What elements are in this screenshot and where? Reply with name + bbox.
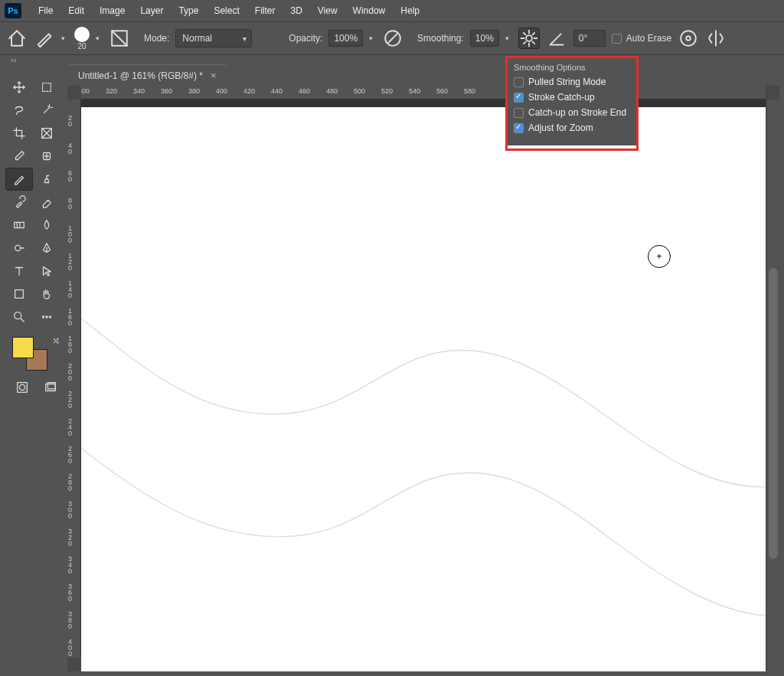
ruler-tick: 300 (81, 87, 90, 95)
menu-help[interactable]: Help (393, 2, 427, 19)
vertical-scrollbar[interactable] (767, 100, 779, 671)
menu-edit[interactable]: Edit (60, 2, 92, 19)
horizontal-ruler: 3003203403603804004204404604805005205405… (81, 86, 766, 100)
history-brush-tool[interactable] (6, 191, 32, 213)
ruler-tick: 360 (68, 583, 80, 602)
document-tab-row: Untitled-1 @ 161% (RGB/8#) * × (69, 64, 226, 86)
brush-cursor: + (648, 245, 671, 268)
smoothing-option[interactable]: Pulled String Mode (514, 77, 630, 87)
pencil-tool-icon[interactable] (34, 28, 55, 49)
lasso-tool[interactable] (6, 100, 32, 121)
menu-select[interactable]: Select (206, 2, 247, 19)
type-tool[interactable] (6, 260, 32, 282)
chevron-down-icon[interactable]: ▾ (369, 34, 373, 42)
blur-tool[interactable] (34, 214, 60, 236)
ruler-tick: 520 (381, 87, 393, 95)
chevron-down-icon[interactable]: ▾ (96, 34, 100, 42)
chevron-down-icon[interactable]: ▾ (61, 34, 65, 42)
angle-input[interactable]: 0° (573, 30, 606, 47)
ruler-tick: 460 (299, 87, 310, 95)
smoothing-option[interactable]: Adjust for Zoom (514, 122, 630, 133)
ruler-tick: 140 (68, 280, 80, 299)
opacity-input[interactable]: 100% (328, 30, 363, 47)
svg-point-3 (681, 31, 696, 46)
clone-stamp-tool[interactable] (34, 168, 60, 190)
foreground-color-swatch[interactable] (12, 337, 34, 358)
ruler-tick: 60 (68, 170, 80, 182)
svg-point-18 (19, 384, 24, 390)
angle-icon (546, 28, 567, 49)
crop-tool[interactable] (6, 122, 32, 144)
home-icon[interactable] (6, 28, 28, 49)
dodge-tool[interactable] (6, 237, 32, 259)
scroll-thumb[interactable] (769, 268, 778, 559)
pen-tool[interactable] (34, 237, 60, 259)
svg-rect-19 (45, 384, 55, 391)
eyedropper-tool[interactable] (6, 145, 32, 167)
menu-3d[interactable]: 3D (283, 2, 309, 19)
document-title: Untitled-1 @ 161% (RGB/8#) * (78, 70, 203, 81)
menu-layer[interactable]: Layer (132, 2, 171, 19)
ruler-tick: 120 (68, 253, 80, 271)
canvas[interactable]: + (81, 107, 766, 671)
app-logo: Ps (5, 3, 21, 18)
smoothing-label: Smoothing: (417, 33, 464, 44)
symmetry-icon[interactable] (705, 28, 727, 49)
ruler-tick: 560 (436, 87, 448, 95)
ruler-tick: 320 (68, 528, 80, 547)
ruler-tick: 480 (326, 87, 338, 95)
blend-mode-select[interactable]: Normal (175, 29, 252, 47)
ruler-tick: 40 (68, 142, 80, 155)
checkbox-icon[interactable] (514, 108, 524, 118)
swap-colors-icon[interactable]: ⤭ (52, 335, 60, 346)
ruler-tick: 180 (68, 335, 80, 354)
menu-file[interactable]: File (31, 2, 60, 19)
checkbox-icon[interactable] (514, 77, 524, 87)
zoom-tool[interactable] (6, 306, 32, 328)
eraser-tool[interactable] (34, 191, 60, 213)
ruler-tick: 420 (243, 87, 255, 95)
move-tool[interactable] (6, 77, 32, 98)
document-tab[interactable]: Untitled-1 @ 161% (RGB/8#) * × (69, 64, 226, 86)
brush-panel-icon[interactable] (109, 28, 130, 49)
ruler-tick: 500 (354, 87, 365, 95)
menu-view[interactable]: View (310, 2, 345, 19)
close-icon[interactable]: × (211, 70, 217, 81)
pencil-tool[interactable] (6, 168, 32, 190)
checkbox-icon[interactable] (514, 93, 524, 103)
ruler-tick: 440 (271, 87, 283, 95)
hand-tool[interactable] (34, 283, 60, 305)
checkbox-icon[interactable] (514, 123, 524, 133)
auto-erase-checkbox[interactable]: Auto Erase (612, 33, 671, 44)
pressure-size-icon[interactable] (678, 28, 699, 49)
frame-tool[interactable] (34, 122, 60, 144)
option-label: Pulled String Mode (528, 77, 606, 87)
menu-type[interactable]: Type (171, 2, 206, 19)
option-label: Catch-up on Stroke End (528, 107, 626, 118)
gradient-tool[interactable] (6, 214, 32, 236)
smoothing-input[interactable]: 10% (470, 30, 499, 47)
quick-mask-tool[interactable] (9, 377, 34, 398)
menu-window[interactable]: Window (345, 2, 394, 19)
smoothing-option[interactable]: Stroke Catch-up (514, 92, 630, 103)
svg-point-13 (15, 312, 21, 319)
ruler-tick: 200 (68, 363, 80, 381)
menu-filter[interactable]: Filter (247, 2, 283, 19)
ruler-tick: 380 (68, 611, 80, 629)
canvas-viewport[interactable]: + (81, 100, 766, 671)
marquee-tool[interactable] (34, 77, 60, 98)
magic-wand-tool[interactable] (34, 100, 60, 121)
brush-preset[interactable]: 20 (74, 27, 90, 51)
smoothing-option[interactable]: Catch-up on Stroke End (514, 107, 630, 118)
menu-image[interactable]: Image (92, 2, 132, 19)
option-label: Stroke Catch-up (528, 92, 595, 103)
healing-brush-tool[interactable] (34, 145, 60, 167)
chevron-down-icon[interactable]: ▾ (505, 34, 509, 42)
path-selection-tool[interactable] (34, 260, 60, 282)
screen-mode-tool[interactable] (38, 377, 63, 398)
pressure-opacity-icon[interactable] (382, 28, 403, 49)
shape-tool[interactable] (6, 283, 32, 305)
more-tools[interactable] (34, 306, 60, 328)
smoothing-options-gear-icon[interactable] (518, 28, 540, 49)
color-swatches[interactable]: ⤭ (9, 334, 63, 371)
